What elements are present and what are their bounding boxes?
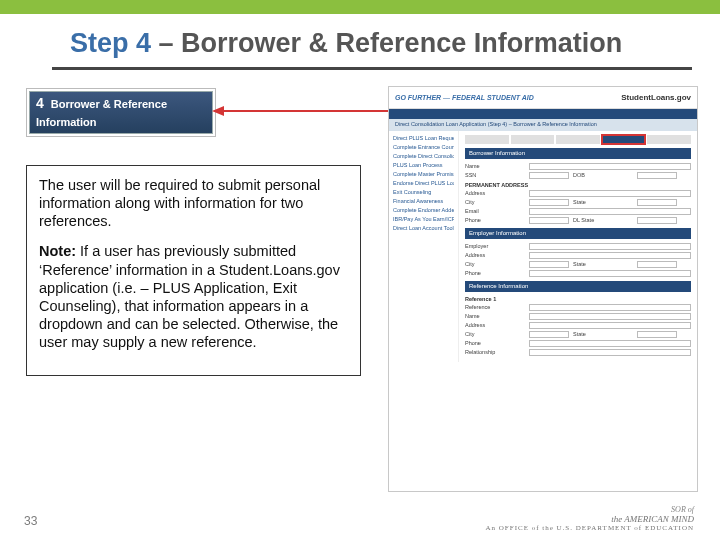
footer-office: An OFFICE of the U.S. DEPARTMENT of EDUC… [485, 524, 694, 532]
thumb-field: Phone [465, 340, 691, 347]
step-tab-image: 4 Borrower & Reference Information [26, 88, 216, 137]
thumb-field: CityState [465, 199, 691, 206]
thumb-body: Direct PLUS Loan Request Complete Entran… [389, 131, 697, 362]
footer-tagline: the AMERICAN MIND [485, 514, 694, 524]
thumb-field: Email [465, 208, 691, 215]
thumb-section-borrower: Borrower Information [465, 148, 691, 159]
left-column: 4 Borrower & Reference Information The u… [26, 80, 361, 376]
thumb-subheader: PERMANENT ADDRESS [465, 182, 691, 188]
thumb-field: Reference [465, 304, 691, 311]
step-tab-number: 4 [36, 95, 44, 111]
thumb-breadcrumb: Direct Consolidation Loan Application (S… [389, 119, 697, 131]
thumb-field: SSNDOB [465, 172, 691, 179]
thumb-step [647, 135, 691, 144]
thumb-side-item: Complete Master Promissory Note [393, 171, 454, 178]
note-body: If a user has previously submitted ‘Refe… [39, 243, 340, 350]
thumb-step-active [602, 135, 646, 144]
thumb-field: CityState [465, 261, 691, 268]
thumb-section-reference: Reference Information [465, 281, 691, 292]
thumb-field: Name [465, 313, 691, 320]
thumb-side-item: IBR/Pay As You Earn/ICR Repayment Plan R… [393, 216, 454, 223]
thumb-step [465, 135, 509, 144]
thumb-field: PhoneDL State [465, 217, 691, 224]
step-tab-inner: 4 Borrower & Reference Information [29, 91, 213, 134]
thumb-side-item: Complete Endorser Addendum [393, 207, 454, 214]
screenshot-thumbnail: GO FURTHER — FEDERAL STUDENT AID Student… [388, 86, 698, 492]
thumb-sidebar: Direct PLUS Loan Request Complete Entran… [389, 131, 459, 362]
slide: Step 4 – Borrower & Reference Informatio… [0, 0, 720, 540]
thumb-field: Address [465, 322, 691, 329]
step-tab-label: Borrower & Reference Information [36, 98, 167, 128]
thumb-side-item: Exit Counseling [393, 189, 454, 196]
thumb-side-item: Direct Loan Account Tools [393, 225, 454, 232]
thumb-side-item: Complete Entrance Counseling [393, 144, 454, 151]
thumb-step [556, 135, 600, 144]
thumb-site-name: StudentLoans.gov [621, 93, 691, 102]
thumb-navbar [389, 109, 697, 119]
title-step: Step 4 [70, 28, 151, 58]
note-label: Note: [39, 243, 76, 259]
thumb-field: Address [465, 190, 691, 197]
thumb-side-item: Financial Awareness [393, 198, 454, 205]
top-accent-bar [0, 0, 720, 14]
thumb-step [511, 135, 555, 144]
thumb-field: CityState [465, 331, 691, 338]
thumb-logo-text: GO FURTHER — FEDERAL STUDENT AID [395, 94, 534, 101]
thumb-field: Phone [465, 270, 691, 277]
explanation-box: The user will be required to submit pers… [26, 165, 361, 376]
title-rest: – Borrower & Reference Information [159, 28, 623, 58]
paragraph-2: Note: If a user has previously submitted… [39, 242, 348, 351]
slide-title: Step 4 – Borrower & Reference Informatio… [0, 14, 720, 67]
thumb-field: Relationship [465, 349, 691, 356]
thumb-side-item: Complete Direct Consolidation Request [393, 153, 454, 160]
thumb-header: GO FURTHER — FEDERAL STUDENT AID Student… [389, 87, 697, 109]
footer: SOR of the AMERICAN MIND An OFFICE of th… [485, 505, 694, 532]
thumb-side-item: Endorse Direct PLUS Loan [393, 180, 454, 187]
paragraph-1: The user will be required to submit pers… [39, 176, 348, 230]
thumb-section-employer: Employer Information [465, 228, 691, 239]
thumb-field: Address [465, 252, 691, 259]
thumb-side-item: PLUS Loan Process [393, 162, 454, 169]
thumb-field: Employer [465, 243, 691, 250]
thumb-side-item: Direct PLUS Loan Request [393, 135, 454, 142]
content-area: 4 Borrower & Reference Information The u… [26, 80, 698, 510]
footer-sponsor: SOR of [485, 505, 694, 514]
page-number: 33 [24, 514, 37, 528]
title-underline [52, 67, 692, 70]
thumb-main: Borrower Information Name SSNDOB PERMANE… [459, 131, 697, 362]
thumb-field: Name [465, 163, 691, 170]
thumb-ref1-header: Reference 1 [465, 296, 691, 302]
thumb-step-indicator [465, 135, 691, 144]
